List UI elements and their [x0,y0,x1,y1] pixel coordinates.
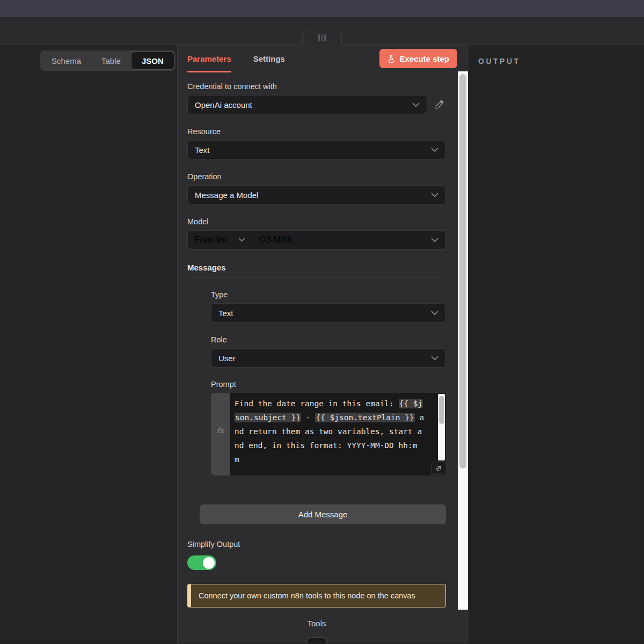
model-source-value: From list [194,235,227,245]
simplify-output-label: Simplify Output [187,540,446,548]
panel-header-bar [0,17,644,45]
expand-icon [435,465,442,472]
chevron-down-icon [431,311,438,316]
tab-schema[interactable]: Schema [41,52,91,70]
prompt-text[interactable]: Find the date range in this email: {{ $j… [230,393,446,475]
ndv-content: Schema Table JSON Parameters Settings Ex… [0,45,644,643]
simplify-output-toggle[interactable] [187,555,216,570]
model-field: From list O3-MINI [187,230,446,250]
node-settings-header: Parameters Settings Execute step [178,45,469,72]
chevron-down-icon [431,193,438,197]
prompt-editor[interactable]: fx Find the date range in this email: {{… [211,393,446,475]
model-value: O3-MINI [259,235,291,245]
operation-select[interactable]: Message a Model [187,185,446,204]
execute-step-button[interactable]: Execute step [379,49,457,68]
input-view-switcher: Schema Table JSON [40,50,175,71]
role-label: Role [211,335,446,344]
chevron-down-icon [238,238,245,242]
operation-value: Message a Model [195,191,258,200]
tab-json[interactable]: JSON [131,52,174,70]
resource-value: Text [195,145,210,155]
output-panel: OUTPUT [469,45,644,643]
model-label: Model [187,217,446,226]
parameters-body: Credential to connect with OpenAi accoun… [178,72,469,643]
chevron-down-icon [431,356,438,361]
flask-icon [387,55,395,63]
credential-label: Credential to connect with [187,82,446,91]
operation-label: Operation [187,172,446,181]
fx-icon: fx [217,426,224,475]
add-message-button[interactable]: Add Message [200,504,446,524]
section-divider [187,277,446,277]
credential-value: OpenAi account [195,100,252,109]
pencil-icon [435,100,444,109]
chevron-down-icon [431,148,438,152]
type-select[interactable]: Text [211,303,446,323]
drag-handle[interactable] [302,31,342,45]
input-panel: Schema Table JSON [0,45,177,643]
resource-label: Resource [187,127,446,136]
scrollbar-thumb[interactable] [459,74,466,469]
tab-table[interactable]: Table [91,52,131,70]
role-value: User [218,354,236,363]
tools-section-title: Tools [187,619,446,628]
grip-icon [318,34,326,41]
prompt-scrollbar-thumb[interactable] [439,396,444,424]
type-label: Type [211,290,446,299]
app-top-bar [0,0,644,17]
edit-credential-button[interactable] [432,98,446,112]
tab-settings[interactable]: Settings [253,45,285,72]
toggle-knob [203,557,215,569]
tools-notice: Connect your own custom n8n tools to thi… [187,584,446,608]
output-panel-title: OUTPUT [478,57,644,65]
parameters-scrollbar[interactable] [458,71,468,610]
chevron-down-icon [431,238,438,243]
node-settings-panel: Parameters Settings Execute step Credent… [177,45,469,643]
prompt-label: Prompt [211,380,446,389]
prompt-scrollbar[interactable] [438,394,445,460]
expression-gutter: fx [211,393,230,475]
role-select[interactable]: User [211,348,446,368]
credential-select[interactable]: OpenAi account [187,95,427,114]
tab-parameters[interactable]: Parameters [187,45,231,72]
chevron-down-icon [412,103,420,107]
type-value: Text [218,309,233,318]
model-source-select[interactable]: From list [188,231,252,249]
resource-select[interactable]: Text [187,140,446,159]
add-tool-connector[interactable] [306,637,327,643]
execute-step-label: Execute step [399,54,449,63]
messages-section-title: Messages [187,263,446,272]
expand-expression-button[interactable] [431,462,445,475]
model-select[interactable]: O3-MINI [252,231,445,249]
